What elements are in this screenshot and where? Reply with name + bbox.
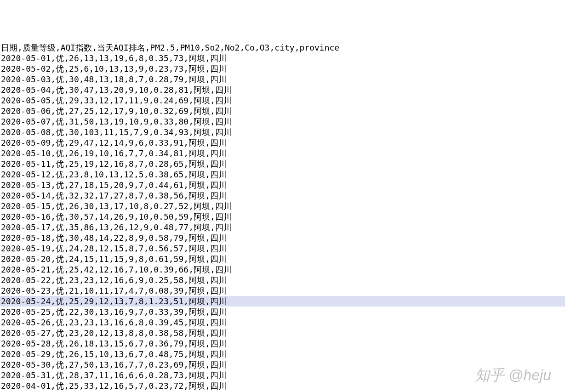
csv-data-line: 2020-05-19,优,24,28,12,15,8,7,0.56,57,阿坝,… (0, 243, 565, 254)
csv-data-line: 2020-05-22,优,23,23,12,16,6,9,0.25,58,阿坝,… (0, 275, 565, 285)
csv-data-line: 2020-05-10,优,26,19,10,16,7,7,0.34,81,阿坝,… (0, 148, 565, 159)
csv-data-line: 2020-05-21,优,25,42,12,16,7,10,0.39,66,阿坝… (0, 264, 565, 275)
csv-text-view: 日期,质量等级,AQI指数,当天AQI排名,PM2.5,PM10,So2,No2… (0, 42, 565, 392)
csv-data-line: 2020-05-18,优,30,48,14,22,8,9,0.58,79,阿坝,… (0, 233, 565, 243)
csv-data-line: 2020-05-12,优,23,8,10,13,12,5,0.38,65,阿坝,… (0, 169, 565, 180)
csv-data-line: 2020-05-09,优,29,47,12,14,9,6,0.33,91,阿坝,… (0, 137, 565, 148)
csv-data-line: 2020-05-13,优,27,18,15,20,9,7,0.44,61,阿坝,… (0, 180, 565, 190)
csv-data-line: 2020-05-05,优,29,33,12,17,11,9,0.24,69,阿坝… (0, 95, 565, 106)
csv-data-line: 2020-05-06,优,27,25,12,17,9,10,0.32,69,阿坝… (0, 106, 565, 116)
csv-data-line: 2020-05-23,优,21,10,11,17,4,7,0.08,39,阿坝,… (0, 285, 565, 296)
csv-data-line: 2020-05-29,优,26,15,10,13,6,7,0.48,75,阿坝,… (0, 349, 565, 359)
csv-data-line: 2020-05-27,优,23,20,12,13,8,8,0.38,58,阿坝,… (0, 328, 565, 338)
csv-data-line: 2020-05-07,优,31,50,13,19,10,9,0.33,80,阿坝… (0, 116, 565, 127)
csv-data-line: 2020-05-01,优,26,13,13,19,6,8,0.35,73,阿坝,… (0, 53, 565, 63)
csv-data-line: 2020-05-08,优,30,103,11,15,7,9,0.34,93,阿坝… (0, 127, 565, 137)
csv-data-line: 2020-05-28,优,26,18,13,15,6,7,0.36,79,阿坝,… (0, 338, 565, 349)
csv-data-line: 2020-05-17,优,35,86,13,26,12,9,0.48,77,阿坝… (0, 222, 565, 233)
csv-data-line: 2020-04-01,优,25,33,12,16,5,7,0.23,72,阿坝,… (0, 381, 565, 391)
csv-data-line: 2020-05-26,优,23,23,13,16,6,8,0.39,45,阿坝,… (0, 317, 565, 328)
csv-data-line: 2020-05-30,优,27,50,13,16,7,7,0.23,69,阿坝,… (0, 359, 565, 370)
csv-data-line: 2020-05-14,优,32,32,17,27,8,7,0.38,56,阿坝,… (0, 190, 565, 201)
csv-data-line: 2020-05-20,优,24,15,11,15,9,8,0.61,59,阿坝,… (0, 254, 565, 264)
csv-header-line: 日期,质量等级,AQI指数,当天AQI排名,PM2.5,PM10,So2,No2… (0, 42, 565, 53)
csv-data-line: 2020-05-31,优,28,37,11,16,6,6,0.28,73,阿坝,… (0, 370, 565, 381)
csv-data-line: 2020-05-11,优,25,19,12,16,8,7,0.28,65,阿坝,… (0, 159, 565, 169)
csv-data-line: 2020-05-04,优,30,47,13,20,9,10,0.28,81,阿坝… (0, 85, 565, 95)
csv-data-line: 2020-05-03,优,30,48,13,18,8,7,0.28,79,阿坝,… (0, 74, 565, 85)
csv-data-line: 2020-05-25,优,22,30,13,16,9,7,0.33,39,阿坝,… (0, 307, 565, 317)
csv-data-line: 2020-05-16,优,30,57,14,26,9,10,0.50,59,阿坝… (0, 211, 565, 222)
csv-data-line: 2020-05-02,优,25,6,10,13,13,9,0.23,73,阿坝,… (0, 63, 565, 74)
csv-data-line: 2020-05-24,优,25,29,12,13,7,8,1.23,51,阿坝,… (0, 296, 565, 307)
csv-data-line: 2020-05-15,优,26,30,13,17,10,8,0.27,52,阿坝… (0, 201, 565, 211)
